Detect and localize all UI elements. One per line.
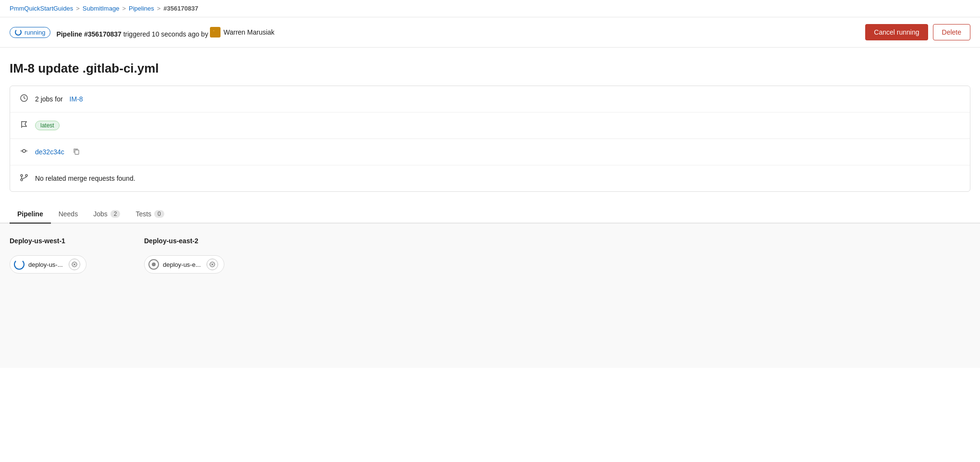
job-cancel-btn-west[interactable] [69, 259, 80, 270]
tab-tests-label: Tests [135, 210, 151, 218]
latest-badge: latest [35, 121, 60, 130]
cancel-running-button[interactable]: Cancel running [865, 24, 928, 40]
svg-rect-15 [75, 150, 79, 154]
user-name: Warren Marusiak [223, 28, 274, 36]
stage-deploy-us-west-1: Deploy-us-west-1 deploy-us-... [10, 237, 115, 274]
status-badge: running [10, 27, 50, 38]
svg-rect-7 [215, 34, 217, 35]
jobs-link[interactable]: IM-8 [70, 95, 83, 103]
job-row-east[interactable]: deploy-us-e... [144, 255, 224, 274]
tabs-bar: Pipeline Needs Jobs 2 Tests 0 [0, 205, 980, 224]
tab-tests[interactable]: Tests 0 [128, 205, 172, 223]
pipeline-info: Pipeline #356170837 triggered 10 seconds… [56, 27, 859, 38]
job-running-icon-west [14, 259, 24, 270]
svg-rect-4 [213, 30, 214, 31]
info-row-commit: de32c34c [10, 139, 970, 165]
svg-rect-2 [212, 32, 214, 34]
breadcrumb-item-repo[interactable]: SubmitImage [83, 5, 120, 12]
stage-columns: Deploy-us-west-1 deploy-us-... Deploy-us… [10, 237, 970, 274]
running-spinner [15, 29, 22, 36]
merge-text: No related merge requests found. [35, 175, 135, 182]
page-title: IM-8 update .gitlab-ci.yml [0, 48, 980, 86]
pipeline-triggered-text: triggered 10 seconds ago by [123, 30, 210, 38]
pipeline-header: running Pipeline #356170837 triggered 10… [0, 17, 980, 48]
breadcrumb-item-current: #356170837 [163, 5, 198, 12]
merge-request-icon [20, 173, 28, 184]
svg-rect-5 [216, 29, 217, 30]
job-cancel-btn-east[interactable] [207, 259, 218, 270]
copy-icon[interactable] [73, 148, 80, 156]
breadcrumb: PmmQuickStartGuides > SubmitImage > Pipe… [0, 0, 980, 17]
info-row-jobs: 2 jobs for IM-8 [10, 86, 970, 112]
info-card: 2 jobs for IM-8 latest de32c34c [10, 86, 970, 192]
stage-label-east: Deploy-us-east-2 [144, 237, 250, 250]
breadcrumb-sep-3: > [157, 5, 161, 12]
tab-jobs-label: Jobs [93, 210, 108, 218]
tab-jobs-badge: 2 [110, 210, 121, 218]
delete-button[interactable]: Delete [933, 24, 970, 40]
job-pending-icon-east [148, 259, 159, 270]
tab-tests-badge: 0 [154, 210, 164, 218]
breadcrumb-item-pipelines[interactable]: Pipelines [129, 5, 154, 12]
svg-line-10 [24, 98, 25, 99]
info-row-flag: latest [10, 112, 970, 139]
jobs-text: 2 jobs for [35, 95, 63, 103]
pipeline-id: Pipeline #356170837 [56, 30, 121, 38]
job-name-east: deploy-us-e... [163, 261, 201, 268]
svg-point-12 [23, 150, 25, 152]
job-name-west: deploy-us-... [28, 261, 63, 268]
tab-jobs[interactable]: Jobs 2 [86, 205, 128, 223]
svg-point-18 [21, 179, 23, 181]
pipeline-content: Deploy-us-west-1 deploy-us-... Deploy-us… [0, 224, 980, 368]
header-actions: Cancel running Delete [865, 24, 970, 40]
stage-deploy-us-east-2: Deploy-us-east-2 deploy-us-e... [144, 237, 250, 274]
tab-pipeline[interactable]: Pipeline [10, 205, 51, 224]
clock-icon [20, 94, 28, 104]
commit-icon [20, 147, 28, 157]
user-chip: Warren Marusiak [210, 27, 274, 37]
info-row-merge: No related merge requests found. [10, 165, 970, 191]
commit-link[interactable]: de32c34c [35, 148, 64, 156]
tab-needs-label: Needs [59, 210, 78, 218]
breadcrumb-item-org[interactable]: PmmQuickStartGuides [10, 5, 73, 12]
avatar [210, 27, 220, 37]
svg-point-16 [21, 175, 23, 176]
stage-label-west: Deploy-us-west-1 [10, 237, 115, 250]
status-label: running [24, 29, 45, 36]
svg-rect-6 [212, 34, 214, 35]
breadcrumb-sep-1: > [76, 5, 80, 12]
svg-rect-3 [215, 32, 217, 34]
tab-pipeline-label: Pipeline [17, 210, 43, 218]
breadcrumb-sep-2: > [122, 5, 126, 12]
flag-icon [20, 120, 28, 131]
svg-point-17 [25, 175, 27, 176]
job-row-west[interactable]: deploy-us-... [10, 255, 86, 274]
tab-needs[interactable]: Needs [51, 205, 86, 223]
